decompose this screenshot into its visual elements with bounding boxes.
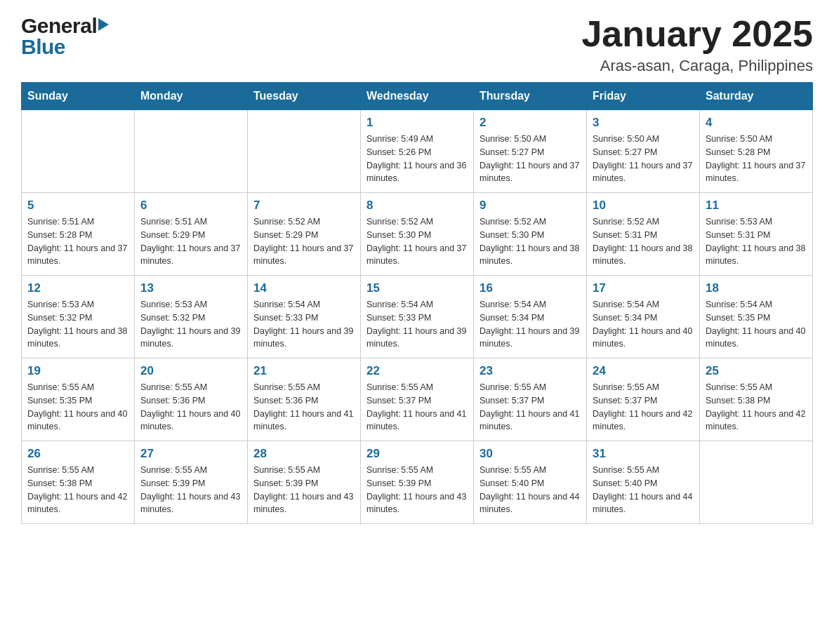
day-info: Sunrise: 5:52 AM Sunset: 5:30 PM Dayligh… xyxy=(479,215,581,268)
day-number: 30 xyxy=(479,447,581,461)
calendar-cell: 9Sunrise: 5:52 AM Sunset: 5:30 PM Daylig… xyxy=(474,193,587,276)
logo: General Blue xyxy=(21,14,109,59)
day-info: Sunrise: 5:55 AM Sunset: 5:40 PM Dayligh… xyxy=(479,464,581,516)
calendar-cell: 3Sunrise: 5:50 AM Sunset: 5:27 PM Daylig… xyxy=(587,110,700,193)
day-number: 9 xyxy=(479,199,581,213)
day-number: 6 xyxy=(140,199,241,213)
day-info: Sunrise: 5:53 AM Sunset: 5:31 PM Dayligh… xyxy=(706,215,807,268)
day-info: Sunrise: 5:55 AM Sunset: 5:38 PM Dayligh… xyxy=(706,381,807,434)
calendar-table: SundayMondayTuesdayWednesdayThursdayFrid… xyxy=(21,82,813,524)
calendar-cell: 7Sunrise: 5:52 AM Sunset: 5:29 PM Daylig… xyxy=(248,193,361,276)
day-number: 16 xyxy=(479,281,581,295)
calendar-cell: 29Sunrise: 5:55 AM Sunset: 5:39 PM Dayli… xyxy=(361,441,474,524)
day-info: Sunrise: 5:51 AM Sunset: 5:29 PM Dayligh… xyxy=(140,215,241,268)
day-info: Sunrise: 5:55 AM Sunset: 5:38 PM Dayligh… xyxy=(27,464,128,516)
calendar-cell: 8Sunrise: 5:52 AM Sunset: 5:30 PM Daylig… xyxy=(361,193,474,276)
day-info: Sunrise: 5:55 AM Sunset: 5:40 PM Dayligh… xyxy=(593,464,694,516)
day-info: Sunrise: 5:55 AM Sunset: 5:39 PM Dayligh… xyxy=(140,464,241,516)
day-info: Sunrise: 5:55 AM Sunset: 5:37 PM Dayligh… xyxy=(366,381,468,434)
day-info: Sunrise: 5:54 AM Sunset: 5:34 PM Dayligh… xyxy=(479,298,581,351)
calendar-week-row: 26Sunrise: 5:55 AM Sunset: 5:38 PM Dayli… xyxy=(22,441,813,524)
day-number: 14 xyxy=(253,281,355,295)
day-header-saturday: Saturday xyxy=(700,83,813,110)
calendar-cell xyxy=(700,441,813,524)
day-info: Sunrise: 5:55 AM Sunset: 5:37 PM Dayligh… xyxy=(479,381,581,434)
calendar-cell: 22Sunrise: 5:55 AM Sunset: 5:37 PM Dayli… xyxy=(361,358,474,441)
day-number: 27 xyxy=(140,447,241,461)
day-number: 3 xyxy=(593,116,694,130)
day-info: Sunrise: 5:52 AM Sunset: 5:31 PM Dayligh… xyxy=(593,215,694,268)
calendar-cell xyxy=(135,110,248,193)
day-number: 4 xyxy=(706,116,807,130)
day-info: Sunrise: 5:51 AM Sunset: 5:28 PM Dayligh… xyxy=(27,215,128,268)
calendar-cell: 23Sunrise: 5:55 AM Sunset: 5:37 PM Dayli… xyxy=(474,358,587,441)
calendar-cell: 30Sunrise: 5:55 AM Sunset: 5:40 PM Dayli… xyxy=(474,441,587,524)
calendar-cell: 28Sunrise: 5:55 AM Sunset: 5:39 PM Dayli… xyxy=(248,441,361,524)
day-info: Sunrise: 5:52 AM Sunset: 5:30 PM Dayligh… xyxy=(366,215,468,268)
day-number: 5 xyxy=(27,199,128,213)
calendar-subtitle: Aras-asan, Caraga, Philippines xyxy=(581,57,813,75)
day-info: Sunrise: 5:50 AM Sunset: 5:27 PM Dayligh… xyxy=(593,133,694,185)
title-section: January 2025 Aras-asan, Caraga, Philippi… xyxy=(581,14,813,75)
calendar-cell: 12Sunrise: 5:53 AM Sunset: 5:32 PM Dayli… xyxy=(22,276,135,358)
calendar-cell: 10Sunrise: 5:52 AM Sunset: 5:31 PM Dayli… xyxy=(587,193,700,276)
calendar-cell: 2Sunrise: 5:50 AM Sunset: 5:27 PM Daylig… xyxy=(474,110,587,193)
calendar-cell: 25Sunrise: 5:55 AM Sunset: 5:38 PM Dayli… xyxy=(700,358,813,441)
day-number: 24 xyxy=(593,364,694,378)
day-number: 20 xyxy=(140,364,241,378)
calendar-cell: 31Sunrise: 5:55 AM Sunset: 5:40 PM Dayli… xyxy=(587,441,700,524)
calendar-cell: 21Sunrise: 5:55 AM Sunset: 5:36 PM Dayli… xyxy=(248,358,361,441)
calendar-cell xyxy=(248,110,361,193)
calendar-cell: 6Sunrise: 5:51 AM Sunset: 5:29 PM Daylig… xyxy=(135,193,248,276)
calendar-cell: 26Sunrise: 5:55 AM Sunset: 5:38 PM Dayli… xyxy=(22,441,135,524)
day-info: Sunrise: 5:54 AM Sunset: 5:33 PM Dayligh… xyxy=(366,298,468,351)
day-header-friday: Friday xyxy=(587,83,700,110)
calendar-cell: 14Sunrise: 5:54 AM Sunset: 5:33 PM Dayli… xyxy=(248,276,361,358)
calendar-cell: 15Sunrise: 5:54 AM Sunset: 5:33 PM Dayli… xyxy=(361,276,474,358)
day-number: 26 xyxy=(27,447,128,461)
calendar-cell: 20Sunrise: 5:55 AM Sunset: 5:36 PM Dayli… xyxy=(135,358,248,441)
day-number: 13 xyxy=(140,281,241,295)
calendar-cell: 24Sunrise: 5:55 AM Sunset: 5:37 PM Dayli… xyxy=(587,358,700,441)
day-number: 31 xyxy=(593,447,694,461)
calendar-cell: 4Sunrise: 5:50 AM Sunset: 5:28 PM Daylig… xyxy=(700,110,813,193)
day-number: 22 xyxy=(366,364,468,378)
calendar-week-row: 1Sunrise: 5:49 AM Sunset: 5:26 PM Daylig… xyxy=(22,110,813,193)
logo-general-text: General xyxy=(21,14,97,38)
day-header-monday: Monday xyxy=(135,83,248,110)
logo-flag-icon xyxy=(98,18,109,31)
day-number: 7 xyxy=(253,199,355,213)
calendar-cell xyxy=(22,110,135,193)
day-number: 19 xyxy=(27,364,128,378)
calendar-cell: 16Sunrise: 5:54 AM Sunset: 5:34 PM Dayli… xyxy=(474,276,587,358)
day-number: 15 xyxy=(366,281,468,295)
day-info: Sunrise: 5:55 AM Sunset: 5:39 PM Dayligh… xyxy=(253,464,355,516)
day-info: Sunrise: 5:54 AM Sunset: 5:33 PM Dayligh… xyxy=(253,298,355,351)
day-info: Sunrise: 5:52 AM Sunset: 5:29 PM Dayligh… xyxy=(253,215,355,268)
calendar-title: January 2025 xyxy=(581,14,813,54)
calendar-week-row: 19Sunrise: 5:55 AM Sunset: 5:35 PM Dayli… xyxy=(22,358,813,441)
day-number: 21 xyxy=(253,364,355,378)
day-info: Sunrise: 5:55 AM Sunset: 5:35 PM Dayligh… xyxy=(27,381,128,434)
calendar-week-row: 12Sunrise: 5:53 AM Sunset: 5:32 PM Dayli… xyxy=(22,276,813,358)
day-info: Sunrise: 5:53 AM Sunset: 5:32 PM Dayligh… xyxy=(27,298,128,351)
day-header-wednesday: Wednesday xyxy=(361,83,474,110)
day-header-tuesday: Tuesday xyxy=(248,83,361,110)
day-info: Sunrise: 5:55 AM Sunset: 5:37 PM Dayligh… xyxy=(593,381,694,434)
calendar-cell: 5Sunrise: 5:51 AM Sunset: 5:28 PM Daylig… xyxy=(22,193,135,276)
calendar-cell: 11Sunrise: 5:53 AM Sunset: 5:31 PM Dayli… xyxy=(700,193,813,276)
day-number: 18 xyxy=(706,281,807,295)
calendar-cell: 1Sunrise: 5:49 AM Sunset: 5:26 PM Daylig… xyxy=(361,110,474,193)
calendar-header-row: SundayMondayTuesdayWednesdayThursdayFrid… xyxy=(22,83,813,110)
day-info: Sunrise: 5:55 AM Sunset: 5:39 PM Dayligh… xyxy=(366,464,468,516)
calendar-cell: 18Sunrise: 5:54 AM Sunset: 5:35 PM Dayli… xyxy=(700,276,813,358)
day-header-thursday: Thursday xyxy=(474,83,587,110)
day-number: 29 xyxy=(366,447,468,461)
day-info: Sunrise: 5:50 AM Sunset: 5:28 PM Dayligh… xyxy=(706,133,807,185)
day-info: Sunrise: 5:50 AM Sunset: 5:27 PM Dayligh… xyxy=(479,133,581,185)
day-number: 17 xyxy=(593,281,694,295)
day-info: Sunrise: 5:54 AM Sunset: 5:35 PM Dayligh… xyxy=(706,298,807,351)
day-number: 8 xyxy=(366,199,468,213)
day-number: 11 xyxy=(706,199,807,213)
calendar-cell: 13Sunrise: 5:53 AM Sunset: 5:32 PM Dayli… xyxy=(135,276,248,358)
